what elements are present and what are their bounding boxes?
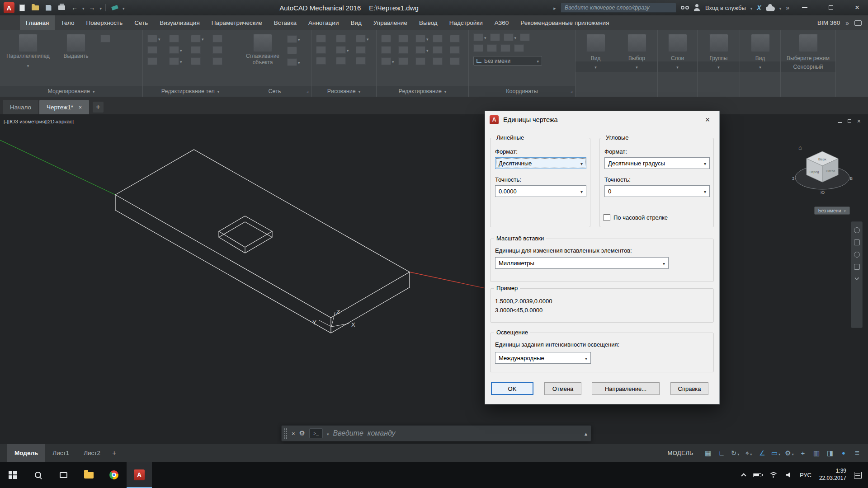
ucs-origin-tool[interactable] bbox=[490, 33, 500, 41]
open-file-button[interactable] bbox=[30, 3, 41, 13]
ribbon-cycle-icon[interactable] bbox=[845, 19, 849, 27]
break-tool[interactable] bbox=[450, 57, 465, 65]
panel-label-touch[interactable]: Сенсорный bbox=[781, 61, 835, 72]
spline-tool[interactable] bbox=[316, 46, 334, 54]
plot-button[interactable] bbox=[56, 3, 67, 13]
imprint-tool[interactable] bbox=[191, 57, 211, 65]
doc-close-icon[interactable] bbox=[857, 117, 861, 125]
isodraft-icon[interactable] bbox=[756, 446, 769, 460]
language-indicator[interactable]: РУС bbox=[800, 472, 811, 479]
polyline-tool[interactable] bbox=[316, 35, 334, 42]
tab-layout2[interactable]: Лист2 bbox=[76, 444, 108, 462]
tab-featured-apps[interactable]: Рекомендованные приложения bbox=[514, 15, 615, 30]
bim360-label[interactable]: BIM 360 bbox=[817, 19, 840, 26]
autocad-logo-icon[interactable]: A bbox=[4, 2, 14, 13]
doc-minimize-icon[interactable] bbox=[838, 122, 842, 123]
undo-dropdown-icon[interactable] bbox=[82, 4, 85, 12]
object-snap-toggle[interactable] bbox=[742, 446, 755, 460]
navigation-bar[interactable] bbox=[851, 221, 863, 328]
grid-icon[interactable] bbox=[702, 446, 714, 460]
linear-format-select[interactable]: Десятичные bbox=[495, 157, 586, 169]
point-tool[interactable] bbox=[356, 57, 374, 65]
pan-icon[interactable] bbox=[854, 239, 860, 245]
refine-mesh-tool[interactable] bbox=[287, 58, 300, 66]
task-view-button[interactable] bbox=[51, 462, 76, 488]
a360-dropdown-icon[interactable] bbox=[779, 4, 782, 12]
drawing-area[interactable]: [-][ЮЗ изометрия][2D-каркас] bbox=[0, 114, 868, 444]
ucs-3point-tool[interactable] bbox=[520, 33, 530, 41]
panel-label-modeling[interactable]: Моделирование bbox=[0, 86, 142, 97]
cancel-button[interactable]: Отмена bbox=[544, 382, 581, 395]
command-close-icon[interactable] bbox=[292, 429, 295, 437]
viewcube[interactable]: З В Ю Верх Перед Слева ⌂ bbox=[788, 136, 856, 213]
panel-label-modify[interactable]: Редактирование bbox=[377, 86, 468, 97]
dropdown-icon[interactable] bbox=[737, 449, 739, 457]
ellipse-tool[interactable] bbox=[356, 46, 374, 54]
tab-parametric[interactable]: Параметрические bbox=[206, 15, 268, 30]
clockwise-checkbox[interactable]: По часовой стрелке bbox=[604, 214, 668, 221]
separate-tool[interactable] bbox=[212, 46, 232, 54]
panel-launcher-icon[interactable] bbox=[571, 88, 573, 94]
direction-button[interactable]: Направление... bbox=[592, 382, 660, 395]
viewport-controls[interactable]: [-][ЮЗ изометрия][2D-каркас] bbox=[4, 119, 74, 124]
tab-model[interactable]: Модель bbox=[7, 444, 45, 462]
presspull-icon[interactable] bbox=[100, 35, 110, 42]
mirror-tool[interactable] bbox=[450, 35, 465, 42]
new-layout-button[interactable] bbox=[108, 444, 121, 462]
insertion-units-select[interactable]: Миллиметры bbox=[495, 257, 669, 269]
new-drawing-tab-button[interactable] bbox=[93, 102, 104, 113]
undo-button[interactable] bbox=[69, 3, 80, 13]
tab-a360[interactable]: A360 bbox=[489, 15, 515, 30]
scale-tool[interactable] bbox=[398, 46, 414, 54]
help-button[interactable]: Справка bbox=[670, 382, 708, 395]
linear-precision-select[interactable]: 0.0000 bbox=[495, 185, 586, 197]
ok-button[interactable]: OK bbox=[491, 382, 533, 395]
erase-tool[interactable] bbox=[450, 46, 465, 54]
subtract-tool[interactable] bbox=[169, 35, 189, 42]
tab-surface[interactable]: Поверхность bbox=[80, 15, 128, 30]
sign-in-button[interactable]: Вход в службы bbox=[705, 5, 746, 11]
start-button[interactable] bbox=[0, 462, 25, 488]
annotation-visibility-icon[interactable] bbox=[810, 446, 823, 460]
intersect-tool[interactable] bbox=[191, 34, 211, 42]
dialog-close-button[interactable] bbox=[700, 113, 715, 127]
new-file-button[interactable] bbox=[17, 3, 28, 13]
minimize-button[interactable] bbox=[794, 0, 816, 15]
move-tool[interactable] bbox=[381, 35, 396, 42]
hatch-tool[interactable] bbox=[336, 57, 354, 65]
rotate-tool[interactable] bbox=[398, 35, 414, 42]
screen-icon[interactable] bbox=[854, 20, 862, 26]
ucs-object-tool[interactable] bbox=[487, 44, 497, 52]
command-dropdown-icon[interactable] bbox=[327, 429, 329, 437]
dropdown-icon[interactable] bbox=[580, 160, 583, 167]
file-explorer-button[interactable] bbox=[76, 462, 101, 488]
exchange-apps-icon[interactable] bbox=[757, 4, 761, 12]
angular-precision-select[interactable]: 0 bbox=[604, 185, 710, 197]
doc-restore-icon[interactable] bbox=[848, 119, 851, 123]
hidden-icons-chevron[interactable] bbox=[741, 473, 746, 478]
ucs-combo[interactable]: Без имени bbox=[473, 56, 542, 66]
steering-wheel-icon[interactable] bbox=[854, 227, 860, 233]
tab-annotate[interactable]: Аннотации bbox=[302, 15, 344, 30]
cube-front-face-label[interactable]: Перед bbox=[810, 170, 819, 174]
selection-panel-button[interactable]: Выбор bbox=[616, 30, 657, 61]
tab-view[interactable]: Вид bbox=[344, 15, 367, 30]
tab-manage[interactable]: Управление bbox=[368, 15, 413, 30]
tab-insert[interactable]: Вставка bbox=[268, 15, 302, 30]
lighting-units-select[interactable]: Международные bbox=[495, 352, 591, 364]
line-tool[interactable] bbox=[336, 35, 354, 42]
ucs-zaxis-tool[interactable] bbox=[504, 33, 517, 41]
polar-tracking-toggle[interactable] bbox=[729, 446, 741, 460]
stretch-tool[interactable] bbox=[381, 46, 396, 54]
ucs-view-tool[interactable] bbox=[473, 44, 483, 52]
union-tool[interactable] bbox=[147, 34, 167, 42]
join-tool[interactable] bbox=[433, 57, 448, 65]
panel-label-coordinates[interactable]: Координаты bbox=[469, 86, 575, 97]
dropdown-icon[interactable] bbox=[792, 449, 794, 457]
select-mode-button[interactable]: Выберите режим bbox=[781, 30, 835, 61]
cube-left-face-label[interactable]: Слева bbox=[826, 169, 835, 173]
volume-icon[interactable] bbox=[786, 472, 792, 478]
command-history-icon[interactable] bbox=[585, 429, 587, 437]
compass-south-label[interactable]: Ю bbox=[821, 190, 825, 195]
panel-launcher-icon[interactable] bbox=[307, 88, 309, 94]
